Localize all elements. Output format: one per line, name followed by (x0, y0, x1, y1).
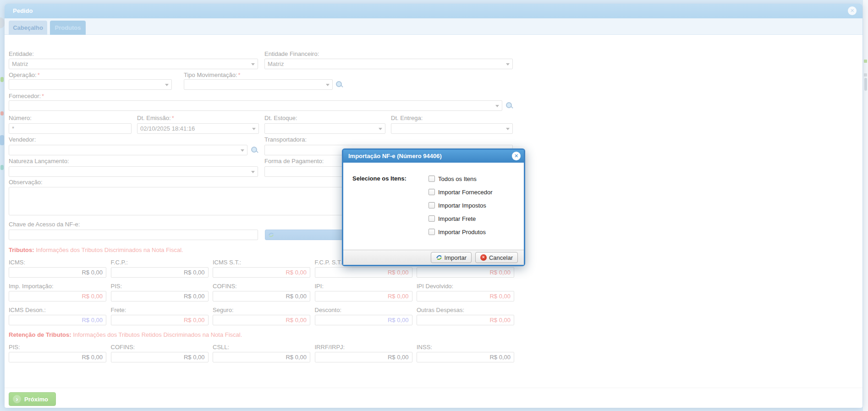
import-option-row: Importar Fornecedor (429, 189, 493, 195)
import-options-list: Todos os ItensImportar FornecedorImporta… (429, 175, 493, 242)
import-option-row: Importar Frete (429, 215, 493, 222)
modal-body: Selecione os Itens: Todos os ItensImport… (343, 163, 524, 250)
checkbox[interactable] (429, 189, 435, 195)
import-option-row: Importar Impostos (429, 202, 493, 208)
checkbox-label: Importar Impostos (438, 202, 486, 209)
checkbox[interactable] (429, 202, 435, 208)
checkbox-label: Importar Produtos (438, 229, 486, 236)
modal-title: Importação NF-e (Número 94406) (348, 153, 442, 159)
close-icon[interactable]: ✕ (512, 152, 521, 160)
checkbox-label: Importar Fornecedor (438, 189, 493, 196)
checkbox[interactable] (429, 229, 435, 235)
checkbox[interactable] (429, 215, 435, 222)
import-option-row: Todos os Itens (429, 175, 493, 182)
nfe-import-icon (436, 254, 442, 261)
checkbox-label: Importar Frete (438, 215, 476, 222)
checkbox-label: Todos os Itens (438, 175, 477, 182)
modal-titlebar: Importação NF-e (Número 94406) ✕ (343, 150, 524, 163)
checkbox[interactable] (429, 175, 435, 182)
import-option-row: Importar Produtos (429, 229, 493, 235)
cancelar-button[interactable]: ✕ Cancelar (475, 252, 518, 263)
cancel-icon: ✕ (480, 254, 487, 261)
modal-footer: Importar ✕ Cancelar (343, 250, 524, 265)
importar-button[interactable]: Importar (431, 252, 472, 263)
importacao-nfe-modal: Importação NF-e (Número 94406) ✕ Selecio… (342, 148, 525, 266)
selecione-itens-label: Selecione os Itens: (352, 175, 407, 182)
